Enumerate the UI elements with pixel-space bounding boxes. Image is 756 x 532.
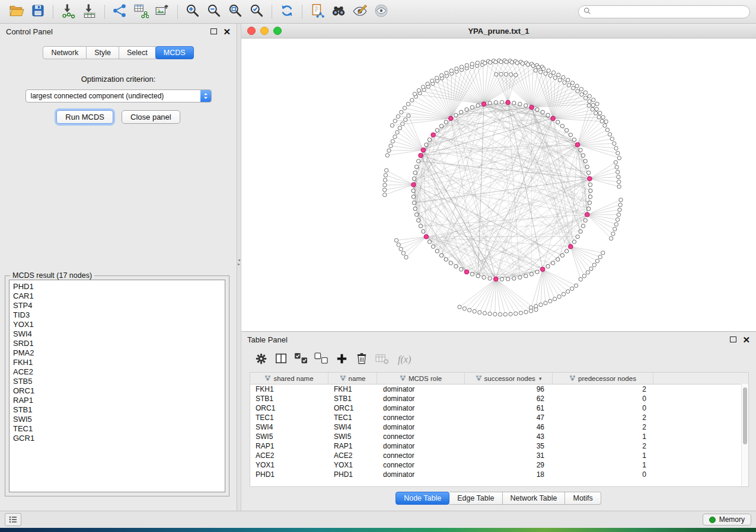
- mcds-result-item[interactable]: SRD1: [9, 339, 225, 348]
- table-cell: 62: [465, 395, 553, 403]
- memory-button[interactable]: Memory: [703, 514, 751, 525]
- table-row[interactable]: SWI5SWI5connector431: [250, 432, 748, 441]
- sort-dropdown-icon[interactable]: ▾: [539, 376, 542, 382]
- annotations-button[interactable]: [349, 2, 371, 21]
- mcds-result-item[interactable]: PMA2: [9, 348, 225, 358]
- mcds-result-item[interactable]: STP4: [9, 301, 225, 310]
- zoom-in-button[interactable]: [182, 2, 203, 21]
- select-all-button[interactable]: [291, 351, 311, 368]
- import-network-button[interactable]: [58, 2, 79, 21]
- mcds-result-item[interactable]: YOX1: [9, 320, 225, 329]
- network-canvas[interactable]: [241, 39, 756, 331]
- run-mcds-button[interactable]: Run MCDS: [56, 110, 113, 124]
- table-row[interactable]: ORC1ORC1dominator610: [250, 403, 748, 413]
- table-row[interactable]: SWI4SWI4dominator462: [250, 422, 748, 432]
- mcds-result-item[interactable]: TID3: [9, 310, 225, 320]
- mcds-result-item[interactable]: GCR1: [9, 434, 225, 443]
- network-from-table-button[interactable]: [130, 2, 152, 21]
- table-row[interactable]: RAP1RAP1dominator352: [250, 441, 748, 451]
- tab-node-table[interactable]: Node Table: [395, 492, 449, 505]
- column-header-shared-name[interactable]: shared name: [250, 373, 328, 384]
- table-row[interactable]: STB1STB1dominator620: [250, 394, 748, 403]
- column-header-mcds-role[interactable]: MCDS role: [377, 373, 465, 384]
- delete-table-button[interactable]: [372, 351, 392, 368]
- tab-select[interactable]: Select: [119, 46, 156, 59]
- annotations-icon: [352, 3, 368, 21]
- close-panel-icon[interactable]: ✕: [223, 27, 231, 36]
- mcds-result-list[interactable]: PHD1CAR1STP4TID3YOX1SWI4SRD1PMA2FKH1ACE2…: [9, 280, 225, 492]
- split-panel-button[interactable]: [271, 351, 291, 368]
- add-row-button[interactable]: [331, 351, 352, 368]
- zoom-out-button[interactable]: [203, 2, 225, 21]
- mcds-result-item[interactable]: SWI5: [9, 415, 225, 424]
- column-header-successor-nodes[interactable]: successor nodes▾: [465, 373, 553, 384]
- table-cell: 2: [553, 385, 653, 393]
- table-row[interactable]: TEC1TEC1connector472: [250, 413, 748, 422]
- table-row[interactable]: PHD1PHD1dominator180: [250, 470, 748, 479]
- control-panel-header: Control Panel ✕: [0, 24, 237, 39]
- tab-network[interactable]: Network: [43, 46, 87, 59]
- export-document-button[interactable]: [307, 2, 328, 21]
- table-vertical-scrollbar[interactable]: [741, 384, 748, 486]
- close-table-panel-icon[interactable]: ✕: [742, 335, 750, 344]
- share-network-button[interactable]: [109, 2, 130, 21]
- delete-row-button[interactable]: [352, 351, 372, 368]
- mcds-result-item[interactable]: STB1: [9, 405, 225, 415]
- memory-label: Memory: [719, 515, 745, 524]
- zoom-selected-icon: [249, 3, 264, 21]
- task-history-button[interactable]: [5, 513, 21, 526]
- export-image-button[interactable]: [152, 2, 173, 21]
- table-row[interactable]: ACE2ACE2connector311: [250, 451, 748, 460]
- float-panel-icon[interactable]: [210, 28, 217, 34]
- control-panel: Control Panel ✕ Network Style Select MCD…: [0, 24, 237, 511]
- zoom-selected-button[interactable]: [246, 2, 267, 21]
- tab-motifs[interactable]: Motifs: [565, 492, 601, 505]
- close-panel-button[interactable]: Close panel: [122, 110, 180, 124]
- mcds-result-item[interactable]: TEC1: [9, 424, 225, 434]
- search-box[interactable]: [578, 5, 750, 18]
- tab-edge-table[interactable]: Edge Table: [449, 492, 502, 505]
- save-button[interactable]: [27, 2, 49, 21]
- table-cell: SWI4: [328, 423, 377, 431]
- import-table-icon: [82, 3, 97, 21]
- table-row[interactable]: FKH1FKH1dominator962: [250, 384, 748, 394]
- mcds-result-item[interactable]: STB5: [9, 377, 225, 386]
- clear-selection-button[interactable]: [311, 351, 331, 368]
- mcds-result-item[interactable]: SWI4: [9, 329, 225, 339]
- settings-gear-button[interactable]: [251, 351, 271, 368]
- window-close-icon[interactable]: [247, 27, 256, 35]
- table-cell: TEC1: [250, 414, 328, 422]
- mcds-result-item[interactable]: ORC1: [9, 386, 225, 396]
- mcds-result-item[interactable]: ACE2: [9, 367, 225, 377]
- function-builder-button[interactable]: f(x): [398, 354, 411, 365]
- table-cell: connector: [377, 451, 465, 460]
- table-toolbar-icons: [251, 351, 392, 368]
- mcds-result-item[interactable]: CAR1: [9, 291, 225, 301]
- scrollbar-thumb[interactable]: [743, 387, 747, 444]
- zoom-fit-button[interactable]: [225, 2, 246, 21]
- open-file-button[interactable]: [6, 2, 27, 21]
- window-minimize-icon[interactable]: [260, 27, 269, 35]
- binoculars-button[interactable]: [328, 2, 349, 21]
- import-table-button[interactable]: [79, 2, 100, 21]
- panel-splitter[interactable]: ◂▸: [237, 24, 241, 511]
- tab-network-table[interactable]: Network Table: [503, 492, 566, 505]
- column-header-name[interactable]: name: [328, 373, 377, 384]
- mcds-result-item[interactable]: PHD1: [9, 282, 225, 291]
- visibility-button[interactable]: [371, 2, 392, 21]
- tab-style[interactable]: Style: [87, 46, 119, 59]
- tab-mcds[interactable]: MCDS: [155, 46, 194, 59]
- window-zoom-icon[interactable]: [273, 27, 282, 35]
- table-cell: YOX1: [250, 461, 328, 469]
- table-cell: 96: [465, 385, 553, 393]
- network-window-titlebar[interactable]: YPA_prune.txt_1: [241, 24, 756, 39]
- mcds-result-item[interactable]: FKH1: [9, 358, 225, 367]
- optimization-criterion-select[interactable]: largest connected component (undirected): [25, 89, 212, 102]
- splitter-collapse-icons[interactable]: ◂▸: [237, 258, 241, 266]
- refresh-button[interactable]: [276, 2, 298, 21]
- float-table-panel-icon[interactable]: [730, 336, 736, 342]
- table-row[interactable]: YOX1YOX1connector291: [250, 460, 748, 470]
- mcds-result-item[interactable]: RAP1: [9, 396, 225, 405]
- search-input[interactable]: [595, 7, 745, 17]
- column-header-predecessor-nodes[interactable]: predecessor nodes: [553, 373, 653, 384]
